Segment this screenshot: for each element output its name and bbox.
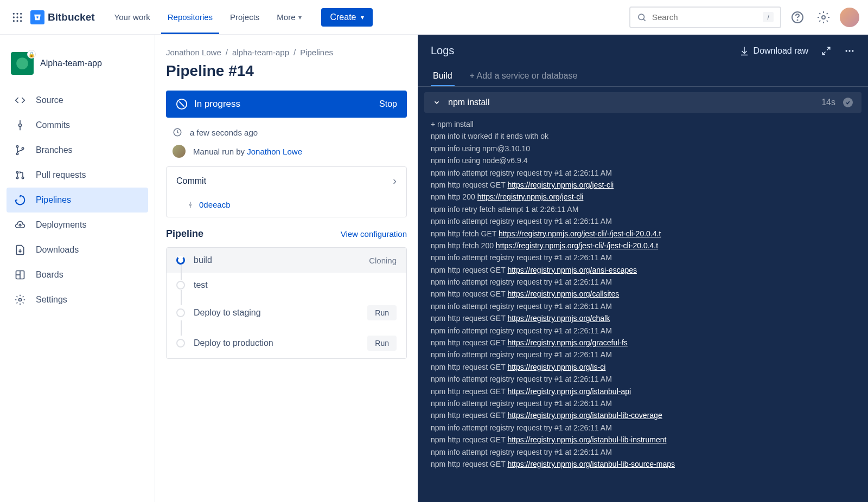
run-button[interactable]: Run (367, 305, 397, 320)
log-body[interactable]: + npm installnpm info it worked if it en… (418, 113, 868, 502)
svg-point-27 (19, 299, 22, 301)
more-actions-button[interactable] (844, 46, 855, 56)
commit-label: Commit (176, 176, 206, 186)
sidebar-item-commits[interactable]: Commits (7, 113, 148, 138)
tab-build[interactable]: Build (431, 67, 455, 86)
commit-hash: 0deeacb (199, 200, 231, 209)
log-url[interactable]: https://registry.npmjs.org/jest-cli/-/je… (496, 241, 658, 250)
nav-more[interactable]: More (270, 8, 308, 26)
log-line: npm info attempt registry request try #1… (431, 300, 855, 312)
product-name: Bitbucket (48, 11, 95, 23)
main-content: Jonathon Lowe/ alpha-team-app/ Pipelines… (155, 35, 418, 502)
nav-your-work[interactable]: Your work (108, 8, 157, 26)
svg-point-9 (639, 14, 644, 20)
svg-point-15 (19, 124, 22, 127)
svg-line-37 (822, 52, 825, 54)
log-step-time: 14s (821, 98, 835, 107)
view-config-link[interactable]: View configuration (341, 229, 407, 239)
nav-repositories[interactable]: Repositories (161, 2, 219, 34)
log-step-header[interactable]: npm install 14s (424, 92, 861, 113)
chevron-down-icon (361, 14, 364, 21)
expand-icon (821, 46, 831, 56)
main-layout: 🔒 Alpha-team-app Source Commits Branches… (0, 35, 868, 502)
svg-point-8 (20, 20, 22, 22)
step-build[interactable]: build Cloning (167, 248, 406, 273)
commit-hash-row[interactable]: 0deeacb (167, 195, 406, 217)
svg-point-19 (16, 153, 18, 155)
search-input[interactable] (647, 12, 763, 22)
svg-line-10 (643, 19, 646, 21)
log-url[interactable]: https://registry.npmjs.org/callsites (507, 289, 619, 298)
log-url[interactable]: https://registry.npmjs.org/jest-cli/-/je… (499, 229, 661, 238)
log-url[interactable]: https://registry.npmjs.org/is-ci (507, 363, 605, 371)
sidebar-item-branches[interactable]: Branches (7, 138, 148, 163)
fullscreen-button[interactable] (821, 46, 831, 56)
log-url[interactable]: https://registry.npmjs.org/istanbul-lib-… (507, 460, 675, 468)
download-icon (739, 46, 749, 56)
svg-point-21 (16, 171, 18, 173)
log-url[interactable]: https://registry.npmjs.org/istanbul-lib-… (507, 411, 662, 420)
trigger-user[interactable]: Jonathon Lowe (247, 147, 302, 156)
sidebar-item-source[interactable]: Source (7, 88, 148, 113)
log-line: npm info attempt registry request try #1… (431, 446, 855, 458)
user-avatar[interactable] (840, 8, 859, 27)
deployments-icon (14, 219, 26, 231)
step-test[interactable]: test (167, 273, 406, 298)
log-line: npm info using node@v6.9.4 (431, 155, 855, 166)
log-line: npm info it worked if it ends with ok (431, 130, 855, 142)
log-url[interactable]: https://registry.npmjs.org/istanbul-lib-… (507, 435, 666, 444)
log-url[interactable]: https://registry.npmjs.org/ansi-escapes (507, 266, 637, 274)
trigger-label: Manual run by Jonathon Lowe (193, 147, 302, 156)
log-url[interactable]: https://registry.npmjs.org/chalk (507, 314, 610, 323)
log-url[interactable]: https://registry.npmjs.org/graceful-fs (507, 338, 627, 347)
svg-point-40 (852, 50, 853, 52)
step-staging[interactable]: Deploy to staging Run (167, 298, 406, 328)
pipeline-label: Pipeline (166, 228, 203, 240)
log-url[interactable]: https://registry.npmjs.org/jest-cli (507, 181, 614, 189)
pipeline-steps: build Cloning test Deploy to staging Run… (166, 247, 407, 359)
settings-icon[interactable] (814, 8, 833, 27)
commit-card-header[interactable]: Commit (167, 167, 406, 195)
sidebar-repo-header[interactable]: 🔒 Alpha-team-app (7, 48, 148, 79)
step-production[interactable]: Deploy to production Run (167, 328, 406, 358)
breadcrumb-repo[interactable]: alpha-team-app (232, 48, 289, 57)
sidebar-item-pipelines[interactable]: Pipelines (7, 188, 148, 213)
bitbucket-logo[interactable]: Bitbucket (30, 10, 95, 24)
sidebar-item-settings[interactable]: Settings (7, 287, 148, 312)
breadcrumb-user[interactable]: Jonathon Lowe (166, 48, 221, 57)
log-url[interactable]: https://registry.npmjs.org/istanbul-api (507, 387, 631, 396)
repo-avatar: 🔒 (11, 52, 34, 75)
svg-line-29 (179, 101, 184, 106)
svg-point-0 (13, 12, 15, 14)
stop-button[interactable]: Stop (379, 99, 397, 109)
log-line: npm info attempt registry request try #1… (431, 373, 855, 385)
sidebar-item-pull-requests[interactable]: Pull requests (7, 163, 148, 188)
log-line: npm http request GET https://registry.np… (431, 312, 855, 324)
download-raw-button[interactable]: Download raw (739, 46, 808, 56)
log-line: npm http request GET https://registry.np… (431, 361, 855, 373)
log-line: npm info attempt registry request try #1… (431, 252, 855, 263)
nav-projects[interactable]: Projects (224, 8, 266, 26)
tab-add-service[interactable]: + Add a service or database (468, 67, 580, 86)
search-field[interactable]: / (629, 7, 781, 28)
sidebar-item-deployments[interactable]: Deployments (7, 213, 148, 237)
gear-icon (14, 294, 26, 306)
search-shortcut: / (763, 12, 774, 22)
svg-point-6 (13, 20, 15, 22)
log-line: npm http 200 https://registry.npmjs.org/… (431, 191, 855, 203)
svg-point-14 (16, 57, 28, 69)
pipeline-section-header: Pipeline View configuration (166, 228, 407, 240)
logs-title: Logs (431, 44, 454, 57)
sidebar-item-downloads[interactable]: Downloads (7, 237, 148, 262)
branch-icon (14, 144, 26, 156)
help-icon[interactable] (788, 8, 807, 27)
log-url[interactable]: https://registry.npmjs.org/jest-cli (477, 192, 584, 201)
run-button[interactable]: Run (367, 336, 397, 351)
svg-point-20 (22, 147, 23, 149)
svg-point-4 (16, 16, 18, 18)
app-switcher-icon[interactable] (9, 9, 26, 26)
sidebar-item-boards[interactable]: Boards (7, 262, 148, 287)
create-button[interactable]: Create (321, 8, 372, 27)
breadcrumb-section[interactable]: Pipelines (300, 48, 333, 57)
svg-point-3 (13, 16, 15, 18)
